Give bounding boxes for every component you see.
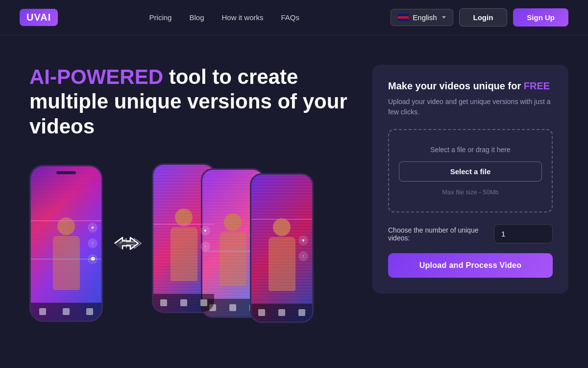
hero-headline: AI-POWERED tool to create multiple uniqu… (29, 65, 353, 139)
person-body-v1 (171, 227, 197, 281)
nav-faqs[interactable]: FAQs (281, 13, 300, 22)
upload-hint: Select a file or drag it here (399, 146, 542, 154)
videos-count-row: Choose the number of unique videos: (388, 224, 553, 243)
ui-v1-icon1: ♥ (200, 226, 210, 236)
ui-v3-icon2: ↑ (298, 251, 308, 261)
person-body-v3 (269, 237, 295, 291)
phone-ui-overlay: ♥ ↑ 💬 (88, 223, 98, 264)
b3-icon2 (278, 309, 285, 316)
videos-count-label: Choose the number of unique videos: (388, 226, 494, 242)
brand-logo[interactable]: UVAI (20, 9, 58, 26)
bottom-bar-v1 (153, 294, 214, 312)
ui-icon-2: ↑ (88, 238, 98, 248)
card-subtitle: Upload your video and get unique version… (388, 97, 553, 117)
chevron-down-icon (442, 16, 446, 19)
language-selector[interactable]: English (391, 9, 453, 26)
phone-screen-v3: ♥ ↑ (251, 175, 312, 321)
ui-overlay-v1: ♥ ↑ (200, 226, 210, 251)
nav-pricing[interactable]: Pricing (149, 13, 172, 22)
upload-process-button[interactable]: Upload and Process Video (388, 253, 553, 278)
headline-highlight: AI-POWERED (29, 65, 163, 88)
ui-overlay-v3: ♥ ↑ (298, 236, 308, 261)
navbar: UVAI Pricing Blog How it works FAQs Engl… (0, 0, 588, 35)
b1-icon2 (180, 299, 187, 306)
bottom-icon-1 (39, 308, 46, 315)
signup-button[interactable]: Sign Up (513, 8, 568, 26)
phone-variant-3: ♥ ↑ (250, 173, 314, 323)
login-button[interactable]: Login (459, 8, 508, 26)
ui-icon-3: 💬 (88, 254, 98, 264)
card-title-free: FREE (524, 80, 550, 91)
glitch-v1 (153, 224, 214, 225)
upload-card: Make your videos unique for FREE Upload … (372, 65, 568, 293)
phone-original: ♥ ↑ 💬 (29, 165, 103, 322)
person-silhouette (49, 217, 83, 306)
upload-zone[interactable]: Select a file or drag it here Select a f… (388, 129, 553, 212)
person-silhouette-v2 (216, 213, 250, 302)
left-section: AI-POWERED tool to create multiple uniqu… (29, 65, 353, 323)
illustration: ♥ ↑ 💬 (29, 163, 353, 323)
nav-right: English Login Sign Up (391, 8, 568, 26)
ui-v3-icon1: ♥ (298, 236, 308, 245)
select-file-button[interactable]: Select a file (399, 161, 542, 182)
upload-limit: Max file size - 50Mb (399, 188, 542, 196)
b3-icon1 (258, 309, 265, 316)
person-head-v2 (224, 213, 242, 231)
videos-count-input[interactable] (494, 224, 553, 243)
language-label: English (413, 13, 437, 22)
main-content: AI-POWERED tool to create multiple uniqu… (0, 35, 588, 342)
bottom-icon-2 (63, 308, 70, 315)
card-title-text: Make your videos unique for (388, 80, 524, 91)
b3-icon3 (298, 309, 305, 316)
card-title: Make your videos unique for FREE (388, 80, 553, 92)
phone-screen-original: ♥ ↑ 💬 (31, 166, 101, 320)
bottom-icon-3 (86, 308, 93, 315)
bottom-bar-v3 (251, 304, 312, 321)
flag-icon (398, 14, 409, 22)
ui-icon-1: ♥ (88, 223, 98, 233)
person-silhouette-v1 (167, 209, 201, 297)
nav-links: Pricing Blog How it works FAQs (149, 13, 299, 22)
ui-v1-icon2: ↑ (200, 241, 210, 251)
arrows-icon (113, 234, 142, 253)
person-body (53, 236, 80, 290)
person-body-v2 (220, 232, 246, 286)
phones-group: ♥ ↑ (152, 163, 314, 323)
phone-bottom-bar (31, 303, 101, 320)
glitch-v3 (251, 219, 312, 220)
person-silhouette-v3 (265, 218, 299, 307)
b1-icon1 (160, 299, 167, 306)
b1-icon3 (200, 299, 207, 306)
nav-blog[interactable]: Blog (189, 13, 204, 22)
nav-how-it-works[interactable]: How it works (221, 13, 263, 22)
person-head-v3 (273, 218, 291, 236)
b2-icon2 (229, 304, 236, 311)
glitch-line-1 (31, 220, 101, 221)
